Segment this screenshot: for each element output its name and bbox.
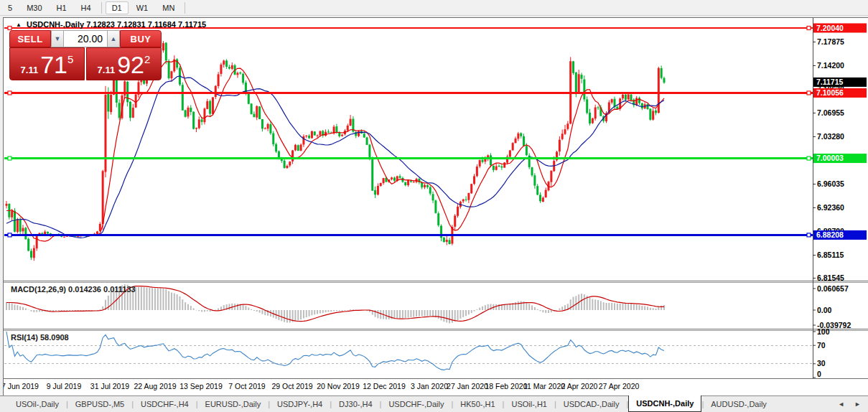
spin-down-icon: ▼: [55, 35, 61, 42]
svg-text:13 Sep 2019: 13 Sep 2019: [179, 382, 223, 390]
svg-text:0.00: 0.00: [817, 306, 832, 314]
svg-text:6.96035: 6.96035: [817, 179, 844, 188]
svg-text:29 Oct 2019: 29 Oct 2019: [271, 382, 312, 390]
svg-text:7.11715: 7.11715: [816, 78, 844, 86]
bid-price-big: 71: [40, 52, 67, 77]
svg-text:6.88208: 6.88208: [816, 230, 844, 239]
chart-tab[interactable]: HK50-,H1: [453, 396, 502, 412]
tab-scroll-right-icon[interactable]: ►: [854, 401, 861, 408]
chart-tab-bar: USOil-,Daily|GBPUSD-,M5|USDCHF-,H4|EURUS…: [0, 395, 868, 412]
svg-text:7.03280: 7.03280: [817, 132, 844, 141]
toolbar-separator: [185, 2, 185, 14]
chart-tab[interactable]: USDJPY-,H4: [270, 396, 330, 412]
svg-text:7.20040: 7.20040: [816, 24, 844, 32]
tab-scroll-left-icon[interactable]: ◄: [838, 401, 844, 408]
timeframe-toolbar: 5M30H1H4D1W1MN: [0, 0, 868, 16]
timeframe-button-W1[interactable]: W1: [130, 1, 155, 14]
timeframe-button-M30[interactable]: M30: [20, 1, 48, 14]
timeframe-button-MN[interactable]: MN: [156, 1, 181, 14]
chart-tab[interactable]: EURUSD-,Daily: [198, 396, 269, 412]
svg-text:0: 0: [817, 370, 821, 378]
ask-price-small: 7.11: [98, 65, 116, 75]
svg-text:7.14200: 7.14200: [817, 61, 844, 70]
volume-increase-button[interactable]: ▲: [107, 30, 120, 47]
svg-text:7.17875: 7.17875: [817, 37, 844, 46]
svg-text:7 Oct 2019: 7 Oct 2019: [228, 382, 266, 390]
svg-text:31 Jul 2019: 31 Jul 2019: [90, 382, 129, 390]
chart-title: ▲ USDCNH-,Daily 7.12823 7.12831 7.11684 …: [16, 20, 206, 29]
spin-up-icon: ▲: [111, 35, 117, 42]
sell-button[interactable]: SELL: [9, 30, 51, 47]
timeframe-button-H4[interactable]: H4: [75, 1, 98, 14]
svg-text:6.81545: 6.81545: [817, 273, 844, 282]
svg-text:9 Jul 2019: 9 Jul 2019: [47, 382, 82, 390]
svg-text:3 Jan 2020: 3 Jan 2020: [411, 382, 448, 390]
svg-text:11 Mar 2020: 11 Mar 2020: [523, 382, 565, 390]
chart-tab[interactable]: DJ30-,H4: [332, 396, 379, 412]
svg-text:7.06955: 7.06955: [817, 108, 844, 117]
svg-text:0.060657: 0.060657: [817, 284, 849, 293]
ask-price-sup: 2: [144, 53, 150, 65]
buy-button[interactable]: BUY: [120, 30, 162, 47]
chart-tab[interactable]: USDCNH-,Daily: [628, 395, 701, 412]
chart-tab[interactable]: USDCHF-,Daily: [381, 396, 451, 412]
svg-text:2 Apr 2020: 2 Apr 2020: [561, 382, 598, 390]
bid-price-display[interactable]: 7.11 71 5: [9, 47, 85, 80]
chart-tab[interactable]: USDCHF-,H4: [134, 396, 196, 412]
trading-terminal: 5M30H1H4D1W1MN 7.178757.142007.106307.06…: [0, 0, 868, 412]
svg-text:27 Apr 2020: 27 Apr 2020: [599, 382, 640, 390]
timeframe-button-5[interactable]: 5: [1, 1, 19, 14]
svg-text:6.85115: 6.85115: [817, 251, 844, 259]
one-click-trade-panel: SELL ▼ ▲ BUY 7.11 71 5 7.11 92: [9, 30, 162, 80]
chart-window[interactable]: 7.178757.142007.106307.069557.032806.997…: [3, 17, 868, 395]
svg-text:70: 70: [817, 341, 826, 350]
rsi-indicator-label: RSI(14) 58.0908: [11, 333, 69, 342]
chart-symbol-label: USDCNH-,Daily: [27, 20, 84, 29]
svg-text:7.00003: 7.00003: [816, 154, 844, 162]
chart-tab[interactable]: AUDUSD-,Daily: [704, 396, 774, 412]
macd-indicator-label: MACD(12,26,9) 0.014236 0.011133: [11, 285, 136, 294]
svg-text:30: 30: [817, 359, 826, 367]
chart-ohlc-values: 7.12823 7.12831 7.11684 7.11715: [86, 20, 206, 29]
bid-price-sup: 5: [67, 53, 73, 65]
timeframe-button-H1[interactable]: H1: [50, 1, 73, 14]
chart-tab[interactable]: GBPUSD-,M5: [68, 396, 131, 412]
ask-price-big: 92: [117, 52, 144, 77]
svg-text:27 Jan 2020: 27 Jan 2020: [447, 382, 488, 390]
timeframe-button-D1[interactable]: D1: [106, 1, 129, 14]
svg-text:6.92360: 6.92360: [817, 203, 844, 212]
svg-text:22 Aug 2019: 22 Aug 2019: [134, 382, 177, 390]
svg-text:100: 100: [817, 327, 830, 336]
ask-price-display[interactable]: 7.11 92 2: [86, 47, 162, 80]
chart-tab[interactable]: USDCAD-,Daily: [556, 396, 627, 412]
toolbar-separator: [101, 2, 102, 14]
svg-text:18 Feb 2020: 18 Feb 2020: [485, 382, 528, 390]
svg-text:7.10056: 7.10056: [816, 88, 844, 97]
svg-text:12 Dec 2019: 12 Dec 2019: [363, 382, 406, 390]
svg-text:17 Jun 2019: 17 Jun 2019: [4, 382, 39, 390]
chart-marker-icon: ▲: [16, 22, 22, 28]
svg-text:20 Nov 2019: 20 Nov 2019: [317, 382, 360, 390]
chart-tab[interactable]: USOil-,H1: [504, 396, 554, 412]
bid-price-small: 7.11: [21, 65, 39, 75]
volume-input[interactable]: [64, 30, 107, 47]
volume-decrease-button[interactable]: ▼: [51, 30, 64, 47]
chart-tab[interactable]: USOil-,Daily: [9, 396, 66, 412]
